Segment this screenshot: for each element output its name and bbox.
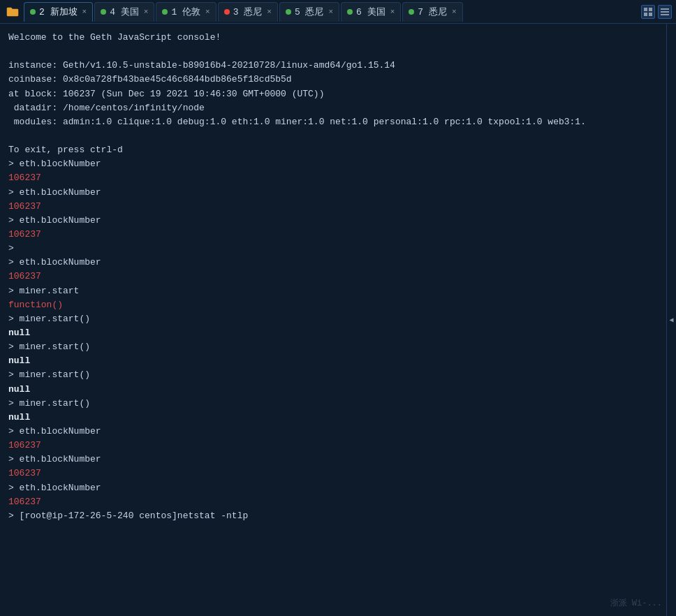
terminal-line: Welcome to the Geth JavaScript console!	[8, 31, 668, 45]
tab-tab1[interactable]: 2 新加坡×	[24, 2, 93, 22]
terminal-line: null	[8, 354, 668, 368]
terminal-line: 106237	[8, 228, 668, 242]
terminal-line: 106237	[8, 171, 668, 185]
tab-close-button[interactable]: ×	[452, 8, 457, 16]
tab-status-dot	[409, 9, 414, 15]
svg-rect-5	[661, 11, 669, 13]
terminal-line	[8, 129, 668, 143]
tab-bar: 2 新加坡×4 美国×1 伦敦×3 悉尼×5 悉尼×6 美国×7 悉尼×	[0, 0, 676, 24]
terminal-line: > eth.blockNumber	[8, 481, 668, 495]
tab-close-button[interactable]: ×	[82, 8, 87, 16]
terminal-content: Welcome to the Geth JavaScript console! …	[8, 31, 668, 523]
terminal-line: > miner.start	[8, 284, 668, 298]
terminal-line: > miner.start()	[8, 312, 668, 326]
tab-label: 2 新加坡	[39, 6, 78, 18]
tab-label: 3 悉尼	[233, 6, 263, 18]
tab-tab5[interactable]: 5 悉尼×	[279, 2, 339, 22]
terminal[interactable]: Welcome to the Geth JavaScript console! …	[0, 24, 676, 616]
folder-icon[interactable]	[3, 2, 22, 22]
terminal-line: >	[8, 242, 668, 256]
tab-status-dot	[101, 9, 106, 15]
terminal-line: > miner.start()	[8, 340, 668, 354]
tab-actions	[641, 5, 676, 19]
terminal-line: 106237	[8, 495, 668, 509]
tab-status-dot	[286, 9, 291, 15]
terminal-line: at block: 106237 (Sun Dec 19 2021 10:46:…	[8, 87, 668, 101]
terminal-line: modules: admin:1.0 clique:1.0 debug:1.0 …	[8, 115, 668, 129]
terminal-line: instance: Geth/v1.10.5-unstable-b89016b4…	[8, 59, 668, 73]
terminal-line: null	[8, 326, 668, 340]
svg-rect-6	[661, 14, 669, 15]
tab-close-button[interactable]: ×	[205, 8, 210, 16]
svg-rect-1	[649, 8, 652, 11]
svg-rect-4	[661, 8, 669, 10]
terminal-line: > [root@ip-172-26-5-240 centos]netstat -…	[8, 509, 668, 523]
tab-close-button[interactable]: ×	[144, 8, 149, 16]
collapse-handle[interactable]	[666, 24, 676, 616]
terminal-line: coinbase: 0x8c0a728fb43bae45c46c6844bdb8…	[8, 73, 668, 87]
terminal-line	[8, 45, 668, 59]
terminal-line: 106237	[8, 439, 668, 453]
svg-rect-2	[644, 13, 647, 16]
tab-label: 6 美国	[356, 6, 385, 18]
terminal-line: 106237	[8, 200, 668, 214]
terminal-line: > eth.blockNumber	[8, 214, 668, 228]
tab-label: 5 悉尼	[295, 6, 324, 18]
terminal-line: To exit, press ctrl-d	[8, 143, 668, 157]
tab-status-dot	[347, 9, 353, 15]
svg-rect-0	[644, 8, 647, 11]
grid-view-button[interactable]	[641, 5, 655, 19]
tab-close-button[interactable]: ×	[390, 8, 395, 16]
terminal-line: > eth.blockNumber	[8, 256, 668, 270]
tab-label: 4 美国	[110, 6, 139, 18]
watermark: 浙派 Wi-...	[610, 597, 662, 609]
terminal-line: null	[8, 383, 668, 397]
terminal-line: datadir: /home/centos/infinity/node	[8, 101, 668, 115]
tabs-container: 2 新加坡×4 美国×1 伦敦×3 悉尼×5 悉尼×6 美国×7 悉尼×	[24, 2, 463, 22]
tab-label: 1 伦敦	[171, 6, 200, 18]
tab-tab6[interactable]: 6 美国×	[341, 2, 401, 22]
terminal-line: > eth.blockNumber	[8, 453, 668, 467]
terminal-line: > eth.blockNumber	[8, 186, 668, 200]
terminal-line: 106237	[8, 467, 668, 481]
tab-tab7[interactable]: 7 悉尼×	[402, 2, 462, 22]
tab-status-dot	[162, 9, 168, 15]
tab-tab3[interactable]: 1 伦敦×	[156, 2, 216, 22]
terminal-line: > eth.blockNumber	[8, 425, 668, 439]
list-view-button[interactable]	[658, 5, 672, 19]
tab-tab4[interactable]: 3 悉尼×	[218, 2, 278, 22]
tab-label: 7 悉尼	[418, 6, 447, 18]
terminal-line: > miner.start()	[8, 397, 668, 411]
terminal-line: > miner.start()	[8, 368, 668, 382]
tab-tab2[interactable]: 4 美国×	[94, 2, 154, 22]
terminal-line: function()	[8, 298, 668, 312]
tab-status-dot	[224, 9, 230, 15]
terminal-line: null	[8, 411, 668, 425]
tab-close-button[interactable]: ×	[267, 8, 272, 16]
terminal-line: 106237	[8, 270, 668, 284]
tab-close-button[interactable]: ×	[328, 8, 333, 16]
terminal-line: > eth.blockNumber	[8, 157, 668, 171]
svg-rect-3	[649, 13, 652, 16]
tab-status-dot	[30, 9, 36, 15]
